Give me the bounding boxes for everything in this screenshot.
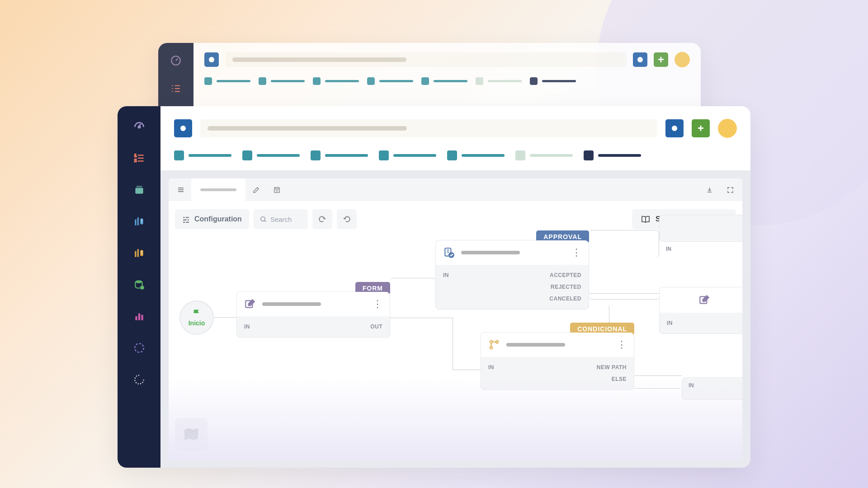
- add-button[interactable]: +: [692, 119, 710, 137]
- tab-item[interactable]: [204, 77, 250, 85]
- download-icon: [706, 187, 713, 193]
- canvas-tab[interactable]: [191, 178, 245, 201]
- form-edit-icon: [244, 298, 256, 310]
- gauge-icon: [133, 121, 145, 132]
- tab-item[interactable]: [259, 77, 305, 85]
- svg-point-19: [135, 343, 144, 352]
- tab-bar: [160, 146, 750, 170]
- notifications-button[interactable]: [665, 119, 684, 137]
- tab-item[interactable]: [313, 77, 359, 85]
- port-in: IN: [689, 382, 694, 389]
- flag-icon: [192, 309, 201, 318]
- nav-dashboard[interactable]: [132, 120, 146, 133]
- port-in: IN: [443, 272, 449, 278]
- nav-dashboard[interactable]: [169, 54, 183, 67]
- tab-item[interactable]: [447, 150, 505, 160]
- stub-node[interactable]: [659, 215, 742, 242]
- minimap-button[interactable]: [175, 418, 208, 450]
- tab-item[interactable]: [367, 77, 413, 85]
- svg-text:2: 2: [134, 158, 137, 163]
- numbered-list-icon: 12: [133, 152, 145, 164]
- expand-icon: [727, 187, 734, 193]
- topbar: +: [193, 43, 701, 74]
- nav-loader[interactable]: [132, 373, 146, 386]
- fullscreen-button[interactable]: [720, 178, 741, 201]
- app-icon[interactable]: [174, 119, 192, 137]
- tab-item[interactable]: [311, 150, 368, 160]
- search-bar[interactable]: [200, 119, 657, 137]
- search-icon: [260, 216, 267, 223]
- tab-item[interactable]: [421, 77, 467, 85]
- form-node[interactable]: FORM ⋮ IN OUT: [236, 291, 390, 338]
- search-placeholder: Search: [270, 216, 292, 223]
- avatar[interactable]: [675, 52, 690, 67]
- add-button[interactable]: +: [654, 52, 668, 67]
- nav-database[interactable]: [132, 278, 146, 291]
- canvas-toolbar: [169, 178, 742, 201]
- undo-button[interactable]: [312, 209, 332, 229]
- node-menu-button[interactable]: ⋮: [617, 339, 627, 351]
- save-icon: [274, 187, 280, 193]
- tab-item[interactable]: [174, 150, 231, 160]
- app-icon[interactable]: [204, 52, 219, 67]
- chart-icon: [133, 310, 145, 322]
- avatar[interactable]: [718, 119, 737, 138]
- book-icon: [641, 215, 650, 224]
- map-icon: [182, 425, 200, 443]
- save-button[interactable]: [266, 178, 287, 201]
- svg-point-25: [490, 341, 492, 343]
- main-window: 12 ! ! +: [118, 106, 750, 468]
- svg-rect-4: [135, 188, 143, 194]
- node-menu-button[interactable]: ⋮: [373, 298, 382, 310]
- bars-alert-icon: !: [133, 216, 145, 227]
- search-input[interactable]: Search: [254, 209, 308, 229]
- tab-item[interactable]: [584, 150, 641, 160]
- port-canceled: CANCELED: [549, 296, 581, 302]
- approval-node[interactable]: APPROVAL ⋮ IN ACCEPTED REJECTED: [435, 240, 589, 310]
- nav-activity[interactable]: [132, 341, 146, 355]
- nav-warnings[interactable]: !: [132, 246, 146, 260]
- svg-rect-18: [141, 315, 143, 320]
- port-in: IN: [244, 324, 250, 330]
- tab-item[interactable]: [530, 77, 576, 85]
- conditional-node[interactable]: CONDICIONAL ⋮ IN NEW PATH ELSE: [481, 332, 634, 390]
- search-bar[interactable]: [225, 52, 627, 67]
- menu-button[interactable]: [170, 178, 191, 201]
- activity-ring-icon: [133, 342, 145, 354]
- tab-item[interactable]: [515, 150, 573, 160]
- stub-node[interactable]: IN: [659, 287, 742, 334]
- nav-reports[interactable]: !: [132, 215, 146, 228]
- port-new-path: NEW PATH: [597, 364, 627, 371]
- tab-item[interactable]: [476, 77, 522, 85]
- stub-node[interactable]: IN: [682, 377, 742, 400]
- tab-item[interactable]: [242, 150, 300, 160]
- configuration-button[interactable]: Configuration: [175, 209, 249, 229]
- port-accepted: ACCEPTED: [550, 272, 581, 278]
- sliders-icon: [182, 216, 190, 223]
- edit-button[interactable]: [245, 178, 266, 201]
- undo-icon: [318, 215, 326, 223]
- svg-rect-17: [138, 314, 140, 320]
- start-label: Inicio: [189, 319, 205, 327]
- svg-rect-20: [274, 187, 279, 192]
- svg-text:1: 1: [134, 153, 137, 158]
- form-edit-icon: [698, 294, 710, 306]
- node-menu-button[interactable]: ⋮: [571, 247, 581, 258]
- tab-item[interactable]: [379, 150, 436, 160]
- hamburger-icon: [177, 186, 184, 193]
- redo-button[interactable]: [337, 209, 357, 229]
- notifications-button[interactable]: [633, 52, 647, 67]
- port-in: IN: [488, 364, 494, 371]
- workflow-canvas[interactable]: Configuration Search Steps Menu: [169, 201, 742, 460]
- nav-analytics[interactable]: [132, 310, 146, 323]
- nav-tasks[interactable]: 12: [132, 151, 146, 165]
- svg-rect-6: [135, 220, 136, 225]
- bars-warning-icon: !: [133, 247, 145, 259]
- port-in: IN: [667, 320, 673, 326]
- download-button[interactable]: [699, 178, 720, 201]
- svg-rect-5: [136, 186, 142, 187]
- start-node[interactable]: Inicio: [179, 300, 214, 335]
- nav-inbox[interactable]: [132, 183, 146, 197]
- branch-icon: [488, 339, 500, 351]
- nav-list[interactable]: [169, 82, 183, 95]
